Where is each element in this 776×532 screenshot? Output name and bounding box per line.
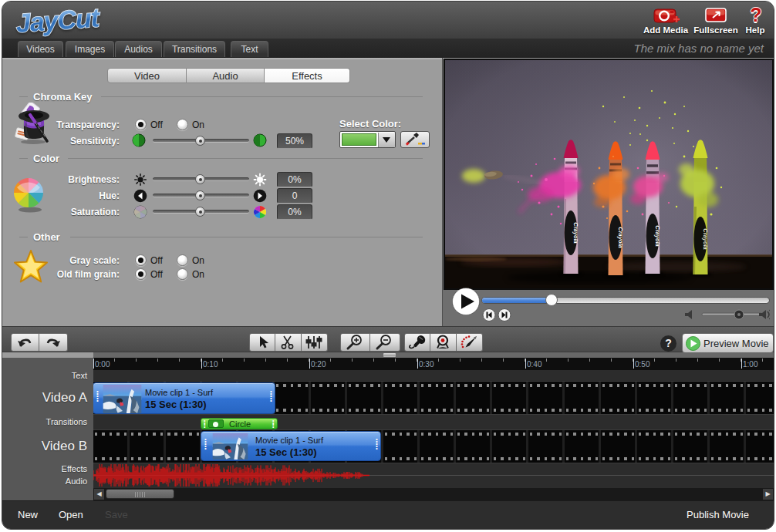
svg-text:JayCut: JayCut <box>15 2 101 38</box>
svg-text:Crayola: Crayola <box>617 227 624 248</box>
svg-text:Crayola: Crayola <box>702 228 709 250</box>
svg-text:Crayola: Crayola <box>572 222 579 244</box>
svg-text:Crayola: Crayola <box>654 225 661 247</box>
